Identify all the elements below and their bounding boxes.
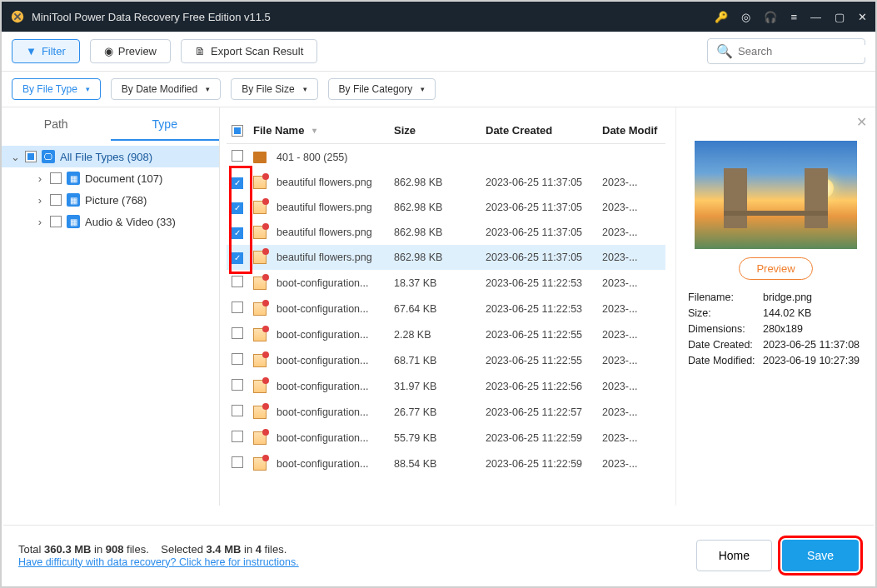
by-file-category-dropdown[interactable]: By File Category [328,78,436,100]
disc-icon[interactable]: ◎ [741,11,750,23]
file-row[interactable]: boot-configuration... 55.79 KB 2023-06-2… [227,425,665,451]
file-row[interactable]: beautiful flowers.png 862.98 KB 2023-06-… [227,220,665,245]
col-created-header[interactable]: Date Created [486,124,602,137]
row-checkbox[interactable] [232,227,243,239]
row-checkbox[interactable] [232,456,243,468]
file-row[interactable]: boot-configuration... 68.71 KB 2023-06-2… [227,347,665,373]
file-created: 2023-06-25 11:22:53 [486,277,602,289]
app-logo-icon [10,9,25,24]
meta-filename-val: bridge.png [763,292,864,303]
filter-bar: By File Type By Date Modified By File Si… [2,72,875,107]
row-checkbox[interactable] [232,353,243,365]
file-row[interactable]: beautiful flowers.png 862.98 KB 2023-06-… [227,195,665,220]
filter-button[interactable]: ▼ Filter [12,39,80,63]
folder-row[interactable]: 401 - 800 (255) [227,144,665,170]
export-button[interactable]: 🗎 Export Scan Result [181,39,317,63]
sort-indicator-icon: ▾ [312,126,316,135]
header-checkbox[interactable] [232,125,243,137]
folder-name: 401 - 800 (255) [277,152,347,163]
minimize-icon[interactable]: — [810,11,821,23]
file-row[interactable]: beautiful flowers.png 862.98 KB 2023-06-… [227,245,665,270]
file-row[interactable]: boot-configuration... 67.64 KB 2023-06-2… [227,296,665,321]
row-checkbox[interactable] [232,252,243,264]
file-name: boot-configuration... [277,458,369,470]
help-link[interactable]: Have difficulty with data recovery? Clic… [18,556,299,568]
preview-image-button[interactable]: Preview [739,257,812,280]
file-created: 2023-06-25 11:22:59 [486,458,602,470]
row-checkbox[interactable] [232,301,243,313]
file-size: 68.71 KB [394,355,486,366]
file-modified: 2023-... [602,202,660,213]
file-icon [253,406,267,419]
file-modified: 2023-... [602,406,660,418]
col-size-header[interactable]: Size [394,124,486,137]
row-checkbox[interactable] [232,327,243,339]
row-checkbox[interactable] [232,202,243,214]
save-button[interactable]: Save [782,540,859,571]
key-icon[interactable]: 🔑 [715,11,728,23]
checkbox[interactable] [50,172,62,184]
app-title: MiniTool Power Data Recovery Free Editio… [32,11,715,23]
meta-dim-key: Dimensions: [688,323,763,335]
tree-root[interactable]: ⌄ 🖵 All File Types (908) [2,146,219,167]
tree-item-label: Audio & Video (33) [85,216,176,228]
tree-item[interactable]: › ▦ Audio & Video (33) [2,211,219,232]
checkbox-partial[interactable] [25,151,37,162]
row-checkbox[interactable] [232,150,243,162]
tree-item-label: Document (107) [85,172,162,185]
file-modified: 2023-... [602,303,660,315]
file-size: 2.28 KB [394,329,486,341]
eye-icon: ◉ [104,45,113,57]
meta-created-key: Date Created: [688,339,763,351]
preview-button[interactable]: ◉ Preview [90,39,171,63]
headphones-icon[interactable]: 🎧 [764,11,777,23]
row-checkbox[interactable] [232,405,243,416]
export-icon: 🗎 [195,45,206,57]
by-file-size-dropdown[interactable]: By File Size [231,78,317,100]
tab-path[interactable]: Path [2,107,111,141]
file-icon [253,226,267,239]
file-modified: 2023-... [602,329,660,341]
file-created: 2023-06-25 11:22:57 [486,406,602,418]
file-row[interactable]: beautiful flowers.png 862.98 KB 2023-06-… [227,170,665,195]
maximize-icon[interactable]: ▢ [835,11,845,23]
close-preview-icon[interactable]: ✕ [856,114,867,130]
chevron-right-icon: › [35,194,45,207]
checkbox[interactable] [50,216,62,227]
chevron-right-icon: › [35,172,45,185]
row-checkbox[interactable] [232,177,243,189]
search-input[interactable] [738,45,877,57]
row-checkbox[interactable] [232,431,243,442]
tab-type[interactable]: Type [111,107,220,141]
row-checkbox[interactable] [232,379,243,391]
home-button[interactable]: Home [696,540,772,571]
meta-size-val: 144.02 KB [763,307,864,319]
meta-size-key: Size: [688,307,763,319]
search-box[interactable]: 🔍 [707,38,865,64]
file-name: beautiful flowers.png [277,252,372,263]
chevron-down-icon: ⌄ [10,151,20,163]
file-row[interactable]: boot-configuration... 31.97 KB 2023-06-2… [227,373,665,399]
by-file-type-dropdown[interactable]: By File Type [12,78,101,100]
col-name-header[interactable]: File Name▾ [253,124,394,137]
file-row[interactable]: boot-configuration... 18.37 KB 2023-06-2… [227,270,665,296]
close-icon[interactable]: ✕ [858,11,867,23]
file-icon [253,302,267,316]
row-checkbox[interactable] [232,276,243,287]
checkbox[interactable] [50,194,62,206]
file-icon [253,277,267,290]
file-size: 862.98 KB [394,177,486,188]
file-row[interactable]: boot-configuration... 26.77 KB 2023-06-2… [227,399,665,425]
file-name: boot-configuration... [277,432,369,444]
tree-item[interactable]: › ▦ Document (107) [2,167,219,189]
tree-item[interactable]: › ▦ Picture (768) [2,189,219,211]
chevron-right-icon: › [35,216,45,228]
sidebar-tabs: Path Type [2,107,219,141]
file-row[interactable]: boot-configuration... 88.54 KB 2023-06-2… [227,451,665,476]
file-name: boot-configuration... [277,277,369,289]
file-name: boot-configuration... [277,329,369,341]
by-date-modified-dropdown[interactable]: By Date Modified [111,78,221,100]
menu-icon[interactable]: ≡ [790,11,797,23]
col-modified-header[interactable]: Date Modif [602,124,660,137]
file-row[interactable]: boot-configuration... 2.28 KB 2023-06-25… [227,321,665,347]
